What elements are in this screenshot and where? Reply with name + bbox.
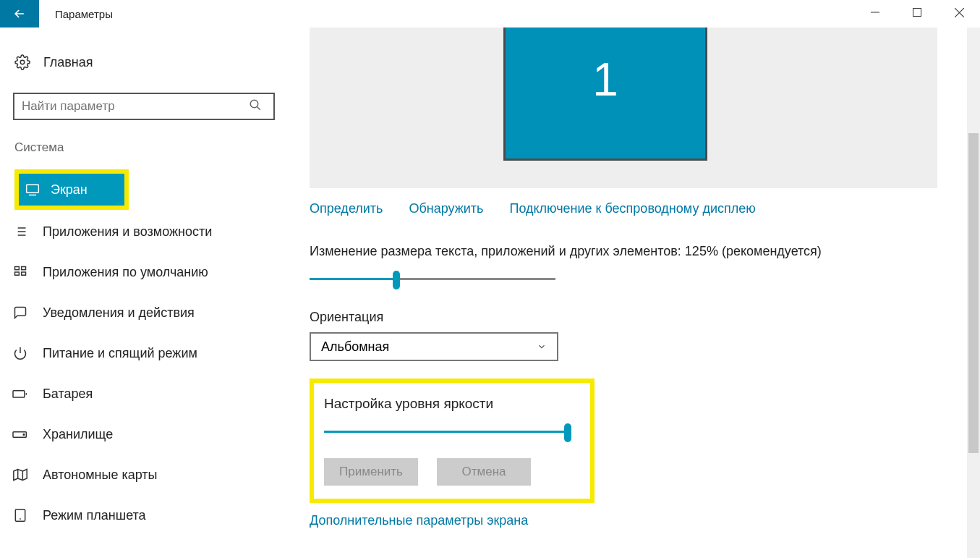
cancel-button[interactable]: Отмена [437,458,531,486]
sidebar-home[interactable]: Главная [3,48,282,77]
sidebar-item-tablet[interactable]: Режим планшета [3,495,282,536]
svg-rect-20 [13,391,25,397]
gear-icon [14,54,30,70]
maximize-icon [913,8,921,17]
highlight-brightness-block: Настройка уровня яркости Применить Отмен… [310,379,595,503]
orientation-label: Ориентация [310,310,980,325]
power-icon [12,346,28,360]
sidebar-item-label: Питание и спящий режим [43,346,197,361]
svg-point-5 [250,100,258,108]
sidebar-item-battery[interactable]: Батарея [3,373,282,414]
window-title: Параметры [39,0,854,28]
brightness-slider[interactable] [324,422,570,442]
svg-rect-17 [22,272,26,275]
svg-rect-27 [15,510,25,522]
advanced-display-link[interactable]: Дополнительные параметры экрана [310,513,528,528]
minimize-icon [871,8,879,17]
sidebar-section-label: Система [3,140,282,155]
sidebar-item-label: Приложения и возможности [43,224,212,240]
slider-fill [324,431,570,433]
maximize-button[interactable] [896,0,938,25]
close-icon [955,8,964,17]
minimize-button[interactable] [854,0,896,25]
sidebar-item-label: Экран [51,182,88,198]
display-preview-area: 1 [310,28,937,188]
grid-icon [12,265,28,279]
orientation-select[interactable]: Альбомная [310,332,558,361]
arrow-left-icon [12,7,27,21]
detect-link[interactable]: Обнаружить [409,201,483,216]
sidebar-item-label: Уведомления и действия [43,305,195,321]
sidebar-item-maps[interactable]: Автономные карты [3,455,282,495]
sidebar-item-label: Автономные карты [43,468,158,483]
sidebar-item-label: Батарея [43,386,93,402]
sidebar-item-label: Приложения по умолчанию [43,265,208,280]
sidebar: Главная Система Экран Приложения и возмо… [0,28,282,558]
slider-fill [310,278,396,280]
svg-line-6 [257,106,260,110]
sidebar-item-display[interactable]: Экран [19,174,124,206]
sidebar-item-notifications[interactable]: Уведомления и действия [3,292,282,333]
display-number: 1 [592,53,618,106]
svg-rect-16 [22,267,26,270]
monitor-icon [25,182,41,197]
highlight-screen-item: Экран [14,169,129,210]
apply-button[interactable]: Применить [324,458,418,486]
svg-marker-24 [14,470,27,481]
brightness-label: Настройка уровня яркости [324,396,580,412]
back-button[interactable] [0,0,39,28]
sidebar-item-storage[interactable]: Хранилище [3,414,282,455]
sidebar-item-power[interactable]: Питание и спящий режим [3,333,282,373]
drive-icon [12,427,28,441]
svg-point-4 [20,60,25,64]
identify-link[interactable]: Определить [310,201,383,216]
svg-rect-15 [15,267,20,270]
sidebar-item-apps[interactable]: Приложения и возможности [3,211,282,252]
scrollbar-thumb[interactable] [968,133,979,453]
search-input[interactable] [13,93,275,120]
scale-label: Изменение размера текста, приложений и д… [310,244,980,259]
message-icon [12,305,28,320]
close-button[interactable] [938,0,980,25]
slider-thumb[interactable] [564,423,571,442]
sidebar-item-label: Режим планшета [43,508,146,523]
search-icon [249,98,262,111]
svg-rect-18 [15,272,20,275]
svg-rect-7 [27,185,39,193]
slider-thumb[interactable] [393,271,400,289]
sidebar-home-label: Главная [43,55,93,70]
display-tile-1[interactable]: 1 [503,28,707,161]
chevron-down-icon [537,342,547,352]
sidebar-item-label: Хранилище [43,427,113,442]
map-icon [12,468,28,482]
orientation-value: Альбомная [321,339,389,355]
wireless-link[interactable]: Подключение к беспроводному дисплею [509,201,755,216]
sidebar-item-default-apps[interactable]: Приложения по умолчанию [3,252,282,292]
main-content: 1 Определить Обнаружить Подключение к бе… [282,28,980,558]
svg-rect-1 [913,9,921,17]
battery-icon [12,386,28,401]
scale-slider[interactable] [310,269,555,289]
vertical-scrollbar[interactable] [967,28,980,558]
tablet-icon [12,508,28,523]
list-icon [12,224,28,239]
svg-point-23 [23,434,25,436]
